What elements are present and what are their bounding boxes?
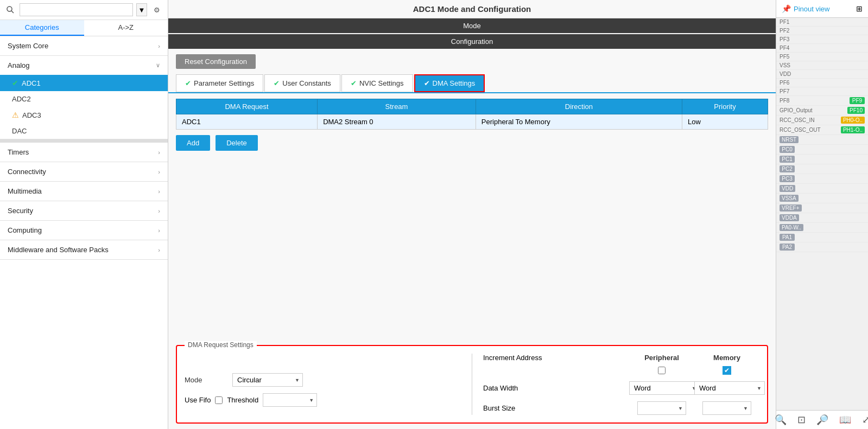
config-bar: Configuration [168, 34, 776, 49]
grid-view-icon[interactable]: ⊞ [856, 4, 863, 13]
burst-size-label: Burst Size [483, 404, 515, 412]
tab-nvic-settings[interactable]: ✔ NVIC Settings [341, 74, 413, 92]
dma-area: DMA Request Stream Direction Priority AD… [168, 93, 776, 345]
analog-items: ✔ ADC1 ADC2 ⚠ ADC3 DAC [0, 75, 168, 139]
section-timers: Timers › [0, 143, 168, 162]
pin-badge-vssa[interactable]: VSSA [780, 195, 799, 202]
section-analog: Analog ∨ ✔ ADC1 ADC2 ⚠ ADC3 DAC [0, 56, 168, 139]
memory-burst-size-cell [694, 401, 759, 415]
pin-label-pf1: PF1 [780, 19, 789, 25]
mode-label: Mode [185, 376, 228, 384]
chevron-down-icon: ∨ [156, 62, 160, 69]
use-fifo-checkbox[interactable] [215, 396, 223, 404]
pin-badge-pa2[interactable]: PA2 [780, 244, 795, 251]
section-header-computing[interactable]: Computing › [0, 221, 168, 240]
section-header-system-core[interactable]: System Core › [0, 36, 168, 55]
pin-badge-vdd2[interactable]: VDD [780, 185, 795, 192]
mode-select[interactable]: Circular Normal [232, 373, 303, 387]
book-icon[interactable]: 📖 [839, 414, 851, 426]
section-header-timers[interactable]: Timers › [0, 143, 168, 162]
section-header-middleware[interactable]: Middleware and Software Packs › [0, 240, 168, 259]
pin-badge-pf10[interactable]: PF10 [847, 107, 865, 114]
section-system-core: System Core › [0, 36, 168, 56]
peripheral-data-width-select[interactable]: Word Byte Half Word [629, 381, 700, 395]
tab-user-constants[interactable]: ✔ User Constants [264, 74, 340, 92]
peripheral-burst-size-select[interactable] [637, 401, 686, 415]
sidebar-item-label-dac: DAC [12, 127, 27, 135]
zoom-in-icon[interactable]: 🔍 [775, 414, 787, 426]
pin-item-rcc-osc-in: RCC_OSC_IN PH0-O.. [776, 116, 868, 125]
pin-badge-pc1[interactable]: PC1 [780, 156, 795, 163]
pin-item-vdda: VDDA [776, 213, 868, 223]
fit-screen-icon[interactable]: ⊡ [797, 414, 806, 426]
sidebar-item-adc2[interactable]: ADC2 [0, 91, 168, 107]
bottom-toolbar: 🔍 ⊡ 🔎 📖 ⤢ [776, 410, 868, 429]
section-label-middleware: Middleware and Software Packs [8, 246, 109, 254]
mode-select-wrap: Circular Normal [232, 373, 303, 387]
pin-label-pf5: PF5 [780, 54, 789, 60]
search-input[interactable] [20, 3, 133, 16]
pin-badge-ph0[interactable]: PH0-O.. [841, 117, 865, 124]
threshold-select[interactable] [263, 393, 317, 407]
pin-label-pf3: PF3 [780, 36, 789, 42]
svg-point-0 [7, 7, 12, 11]
memory-header: Memory [694, 354, 759, 362]
memory-increment-checked-icon[interactable]: ✔ [723, 366, 731, 375]
reset-configuration-button[interactable]: Reset Configuration [176, 54, 256, 69]
pin-list: PF1 PF2 PF3 PF4 PF5 VSS VDD PF6 PF7 PF8 … [776, 18, 868, 410]
increment-address-label: Increment Address [483, 354, 542, 362]
pin-badge-pc0[interactable]: PC0 [780, 146, 795, 153]
section-header-connectivity[interactable]: Connectivity › [0, 162, 168, 181]
sidebar-item-label-adc2: ADC2 [12, 95, 31, 103]
right-panel: 📌 Pinout view ⊞ PF1 PF2 PF3 PF4 PF5 VSS … [776, 0, 868, 429]
section-label-computing: Computing [8, 226, 42, 234]
tab-az[interactable]: A->Z [84, 20, 168, 36]
pin-item-pf2: PF2 [776, 27, 868, 35]
memory-burst-size-select[interactable] [702, 401, 751, 415]
expand-icon[interactable]: ⤢ [862, 414, 869, 426]
pin-badge-pc3[interactable]: PC3 [780, 175, 795, 182]
pin-badge-pa0[interactable]: PA0-W.. [780, 224, 803, 231]
search-dropdown-button[interactable]: ▼ [136, 3, 147, 16]
pin-badge-nrst[interactable]: NRST [780, 136, 799, 143]
pin-label-vdd: VDD [780, 71, 791, 77]
cell-priority: Low [682, 114, 768, 130]
sidebar-item-adc3[interactable]: ⚠ ADC3 [0, 107, 168, 123]
tab-label-user-constants: User Constants [282, 79, 331, 87]
sidebar-item-adc1[interactable]: ✔ ADC1 [0, 75, 168, 91]
pin-label-rcc-osc-out: RCC_OSC_OUT [780, 127, 821, 133]
pin-item-pf1: PF1 [776, 18, 868, 27]
tab-dma-settings[interactable]: ✔ DMA Settings [414, 74, 485, 92]
zoom-out-icon[interactable]: 🔎 [816, 414, 828, 426]
right-panel-header: 📌 Pinout view ⊞ [776, 0, 868, 18]
peripheral-increment-cell [629, 367, 694, 374]
peripheral-increment-checkbox[interactable] [658, 367, 666, 374]
pin-item-pa2: PA2 [776, 242, 868, 252]
pin-badge-vdda[interactable]: VDDA [780, 214, 799, 221]
memory-data-width-select[interactable]: Word Byte Half Word [694, 381, 765, 395]
pin-badge-ph1[interactable]: PH1-O.. [841, 126, 865, 133]
chevron-right-icon-security: › [158, 208, 160, 214]
pin-badge-pc2[interactable]: PC2 [780, 165, 795, 172]
add-button[interactable]: Add [176, 135, 210, 151]
section-header-security[interactable]: Security › [0, 201, 168, 220]
data-width-label: Data Width [483, 384, 518, 392]
pin-badge-pf9[interactable]: PF9 [850, 97, 865, 104]
delete-button[interactable]: Delete [216, 135, 258, 151]
pin-badge-pa1[interactable]: PA1 [780, 234, 795, 241]
check-icon-dma: ✔ [424, 79, 430, 87]
memory-burst-size-wrap [702, 401, 751, 415]
gear-icon[interactable]: ⚙ [150, 3, 163, 16]
pin-badge-vref[interactable]: VREF+ [780, 204, 802, 212]
section-label-connectivity: Connectivity [8, 168, 46, 176]
search-icon[interactable] [4, 4, 16, 16]
tab-categories[interactable]: Categories [0, 20, 84, 36]
section-header-multimedia[interactable]: Multimedia › [0, 182, 168, 201]
table-row[interactable]: ADC1 DMA2 Stream 0 Peripheral To Memory … [176, 114, 768, 130]
peripheral-data-width-cell: Word Byte Half Word [629, 381, 694, 395]
pin-item-pa1: PA1 [776, 233, 868, 242]
sidebar-item-dac[interactable]: DAC [0, 123, 168, 139]
section-header-analog[interactable]: Analog ∨ [0, 56, 168, 75]
tab-parameter-settings[interactable]: ✔ Parameter Settings [176, 74, 263, 92]
section-middleware: Middleware and Software Packs › [0, 240, 168, 260]
